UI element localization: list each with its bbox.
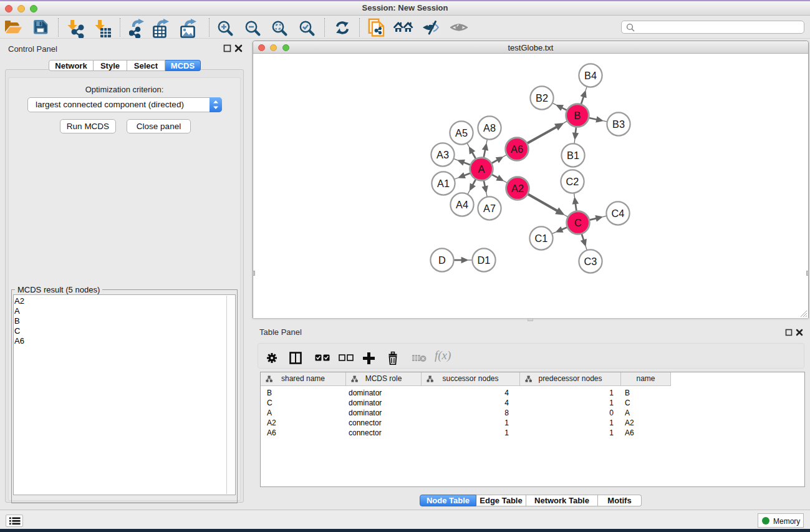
svg-text:A1: A1 [437, 178, 450, 189]
svg-text:C3: C3 [584, 256, 597, 267]
svg-text:B4: B4 [584, 70, 597, 81]
svg-text:B1: B1 [567, 150, 579, 161]
svg-text:C2: C2 [566, 176, 579, 187]
svg-text:C4: C4 [612, 208, 625, 219]
svg-text:A2: A2 [511, 183, 524, 194]
svg-text:A3: A3 [436, 149, 449, 160]
svg-text:B: B [574, 110, 581, 121]
svg-text:A6: A6 [511, 143, 523, 155]
svg-text:A8: A8 [483, 122, 496, 133]
svg-text:A4: A4 [456, 199, 468, 210]
svg-text:D: D [438, 254, 446, 266]
svg-text:C1: C1 [535, 233, 548, 244]
svg-text:A5: A5 [455, 127, 468, 138]
svg-text:B3: B3 [612, 118, 625, 130]
svg-text:A7: A7 [483, 203, 496, 214]
svg-text:C: C [574, 217, 582, 228]
svg-text:B2: B2 [536, 92, 548, 104]
svg-text:D1: D1 [478, 254, 491, 266]
svg-text:A: A [478, 163, 485, 175]
